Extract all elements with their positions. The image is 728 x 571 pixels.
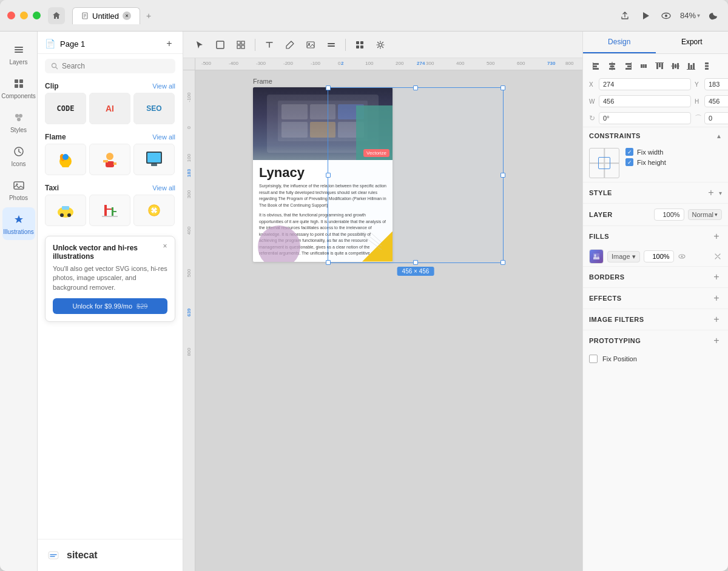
- search-input[interactable]: [62, 62, 169, 70]
- text-tool[interactable]: [260, 36, 278, 54]
- unlock-close-button[interactable]: ×: [160, 241, 170, 251]
- grid-tool[interactable]: [232, 36, 250, 54]
- dark-mode-icon[interactable]: [707, 9, 721, 22]
- settings-tool[interactable]: [371, 36, 389, 54]
- fix-position-label: Fix Position: [602, 355, 637, 362]
- clip-item-2[interactable]: SEO: [133, 93, 175, 124]
- taxi-item-1[interactable]: [89, 195, 130, 226]
- pen-tool[interactable]: [281, 36, 299, 54]
- image-filters-add-button[interactable]: +: [711, 314, 722, 325]
- sidebar-item-components[interactable]: Components: [2, 72, 35, 104]
- rotation-input[interactable]: [599, 112, 691, 124]
- clip-item-0[interactable]: CODE: [45, 93, 86, 124]
- fix-width-checkbox[interactable]: [625, 148, 633, 156]
- layer-opacity-input[interactable]: [654, 209, 684, 221]
- close-button[interactable]: [7, 12, 15, 19]
- fill-eye-icon[interactable]: [678, 252, 686, 261]
- style-add-button[interactable]: +: [706, 187, 716, 198]
- fix-position-checkbox[interactable]: [589, 355, 598, 363]
- layer-mode-select[interactable]: Normal ▾: [688, 209, 722, 220]
- select-tool[interactable]: [190, 36, 209, 54]
- flame-item-2[interactable]: [133, 144, 175, 175]
- home-button[interactable]: [48, 7, 65, 24]
- handle-rm[interactable]: [500, 173, 505, 178]
- handle-bm[interactable]: [413, 260, 418, 265]
- fix-height-checkbox[interactable]: [625, 158, 633, 166]
- sidebar-item-icons[interactable]: Icons: [2, 139, 35, 172]
- fills-header[interactable]: FILLS +: [583, 226, 728, 247]
- preview-icon[interactable]: [659, 9, 673, 22]
- prototyping-add-button[interactable]: +: [711, 335, 722, 346]
- effects-add-button[interactable]: +: [711, 293, 722, 304]
- handle-tm[interactable]: [413, 85, 418, 90]
- svg-line-56: [369, 232, 382, 242]
- flame-view-all[interactable]: View all: [152, 133, 175, 141]
- tab-close-button[interactable]: ×: [123, 12, 131, 20]
- align-distribute-v-button[interactable]: [699, 59, 714, 73]
- maximize-button[interactable]: [33, 12, 41, 19]
- canvas-viewport[interactable]: Frame: [195, 70, 582, 571]
- y-input[interactable]: [704, 78, 728, 90]
- h-input[interactable]: [704, 95, 728, 107]
- borders-header[interactable]: BORDERS +: [583, 267, 728, 287]
- clip-view-all[interactable]: View all: [152, 82, 175, 90]
- share-icon[interactable]: [618, 9, 632, 22]
- taxi-view-all[interactable]: View all: [152, 184, 175, 192]
- effects-header[interactable]: EFFECTS +: [583, 288, 728, 309]
- fill-type-dropdown[interactable]: Image ▾: [607, 251, 640, 262]
- fill-delete-icon[interactable]: [713, 252, 722, 261]
- w-input[interactable]: [599, 95, 691, 107]
- rotation-icon: ↻: [589, 114, 596, 122]
- svg-rect-25: [147, 153, 161, 162]
- zoom-control[interactable]: 84% ▾: [680, 11, 700, 20]
- frame-tool[interactable]: [211, 36, 229, 54]
- x-input[interactable]: [599, 78, 691, 90]
- zoom-value: 84%: [680, 11, 696, 20]
- current-tab[interactable]: Untitled ×: [72, 7, 140, 24]
- handle-tr[interactable]: [500, 85, 505, 90]
- app-window: Untitled × + 84% ▾: [0, 0, 728, 571]
- flame-item-0[interactable]: [45, 144, 86, 175]
- align-center-h-button[interactable]: [605, 59, 619, 73]
- page-name: Page 1: [60, 39, 85, 48]
- unlock-button[interactable]: Unlock for $9.99/mo $29: [53, 298, 167, 314]
- unlock-description: You'll also get vector SVG icons, hi-res…: [53, 264, 167, 292]
- fill-opacity-input[interactable]: [644, 250, 674, 262]
- tab-export[interactable]: Export: [656, 32, 729, 53]
- taxi-grid: [38, 195, 183, 231]
- sidebar-item-illustrations[interactable]: Illustrations: [2, 207, 35, 240]
- prototyping-header[interactable]: PROTOTYPING +: [583, 330, 728, 351]
- sidebar-item-layers[interactable]: Layers: [2, 38, 35, 70]
- borders-add-button[interactable]: +: [711, 272, 722, 282]
- flame-item-1[interactable]: [89, 144, 130, 175]
- corner-input[interactable]: [704, 112, 728, 124]
- fill-image-swatch[interactable]: [589, 249, 604, 264]
- align-left-button[interactable]: [589, 59, 604, 73]
- add-tab-button[interactable]: +: [143, 10, 155, 22]
- sidebar-item-photos[interactable]: Photos: [2, 173, 35, 206]
- play-icon[interactable]: [639, 9, 652, 22]
- align-bottom-button[interactable]: [684, 59, 698, 73]
- align-top-button[interactable]: [652, 59, 667, 73]
- style-header[interactable]: STYLE + ▾: [583, 182, 728, 203]
- constraints-header[interactable]: CONSTRAINTS ▲: [583, 127, 728, 144]
- clip-item-1[interactable]: AI: [89, 93, 130, 124]
- tab-design[interactable]: Design: [583, 32, 656, 53]
- fills-add-button[interactable]: +: [711, 231, 722, 242]
- add-page-button[interactable]: +: [163, 38, 175, 50]
- sidebar-item-styles[interactable]: Styles: [2, 105, 35, 138]
- svg-rect-32: [102, 216, 118, 217]
- components-tool[interactable]: [351, 36, 369, 54]
- more-tool[interactable]: [322, 36, 340, 54]
- align-center-v-button[interactable]: [668, 59, 682, 73]
- styles-icon: [12, 110, 26, 125]
- handle-br[interactable]: [500, 260, 505, 265]
- image-tool[interactable]: [302, 36, 320, 54]
- taxi-item-0[interactable]: [45, 195, 86, 226]
- minimize-button[interactable]: [20, 12, 28, 19]
- align-distribute-h-button[interactable]: [636, 59, 651, 73]
- taxi-item-2[interactable]: [133, 195, 175, 226]
- constraint-visual: [589, 148, 619, 178]
- image-filters-header[interactable]: IMAGE FILTERS +: [583, 309, 728, 330]
- align-right-button[interactable]: [621, 59, 635, 73]
